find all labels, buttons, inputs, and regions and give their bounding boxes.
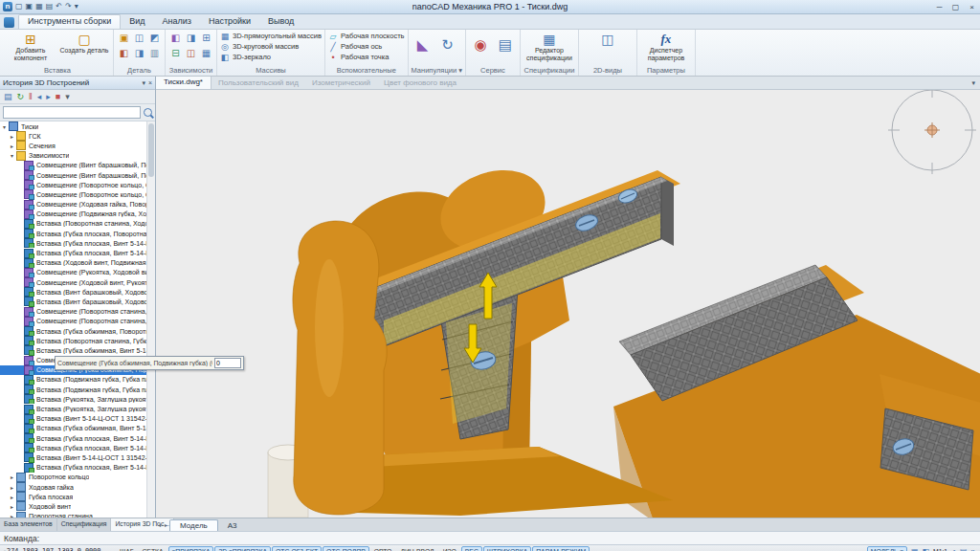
- detail-tool-icon-2[interactable]: ◫: [132, 31, 146, 45]
- ribbon-button-7-0[interactable]: ▦Редактор спецификации: [523, 31, 575, 63]
- tree-item[interactable]: ▸Поворотное кольцо: [0, 473, 147, 482]
- rotate-component-icon[interactable]: ↻: [436, 31, 459, 59]
- menu-tab-assembly-tools[interactable]: Инструменты сборки: [18, 14, 121, 29]
- model-space-button[interactable]: МОДЕЛЬ ▾: [867, 546, 907, 551]
- ribbon-row-3-2[interactable]: ◧3D-зеркало: [220, 52, 271, 62]
- history-settings-icon[interactable]: ▾: [65, 91, 70, 103]
- tree-item[interactable]: Вставка (Поворотная станина, Ходов: [0, 219, 147, 229]
- tree-scrollbar[interactable]: [146, 121, 155, 518]
- tree-item[interactable]: Вставка (Губка обжимная, Винт 5-14-: [0, 345, 147, 355]
- pause-history-icon[interactable]: ‖: [29, 91, 33, 103]
- search-input[interactable]: [3, 106, 141, 119]
- tree-item[interactable]: Вставка (Губка плоская, Винт 5-14-Ц-: [0, 433, 147, 443]
- ribbon-row-3-1[interactable]: ◎3D-круговой массив: [220, 41, 299, 52]
- dyn-input-toggle[interactable]: ДИН-ВВОД: [396, 546, 437, 551]
- step-back-icon[interactable]: ◂: [37, 91, 42, 103]
- new-file-icon[interactable]: ▢: [15, 1, 23, 12]
- document-tab[interactable]: Тиски.dwg*: [156, 77, 212, 89]
- tree-item[interactable]: Совмещение (Поворотная станина, П: [0, 317, 147, 326]
- detail-tool-icon-5[interactable]: ◨: [132, 46, 146, 60]
- tab-list-dropdown-icon[interactable]: ▾: [967, 77, 980, 89]
- tree-item[interactable]: Вставка (Винт барашковый, Ходово: [0, 287, 147, 297]
- ribbon-button-0-1[interactable]: ▢Создать деталь: [58, 31, 110, 63]
- constraint-tool-icon-6[interactable]: ▦: [199, 46, 213, 60]
- constraint-value-input[interactable]: [214, 358, 241, 368]
- osnap-toggle[interactable]: оПРИВЯЗКА: [168, 546, 214, 551]
- background-view-button[interactable]: Цвет фонового вида: [377, 77, 463, 89]
- command-line[interactable]: Команда:: [0, 531, 980, 544]
- save-icon[interactable]: ▦: [35, 1, 43, 12]
- hatch-toggle[interactable]: ШТРИХОВКА: [483, 546, 531, 551]
- tree-item[interactable]: ▾Зависимости: [0, 151, 147, 161]
- tree-item[interactable]: ▸Ходовой винт: [0, 501, 147, 511]
- menu-tab-view[interactable]: Вид: [121, 14, 153, 29]
- menu-tab-analysis[interactable]: Анализ: [154, 14, 200, 29]
- tree-item[interactable]: Совмещение (Винт барашковый, Пов: [0, 161, 147, 170]
- undo-icon[interactable]: ↶: [56, 1, 62, 12]
- viewport-3d-scene[interactable]: [156, 89, 980, 518]
- view-style-button[interactable]: Пользовательский вид: [212, 77, 305, 89]
- tree-item[interactable]: Совмещение (Поворотное кольцо, О: [0, 180, 147, 189]
- detail-tool-icon-1[interactable]: ▣: [117, 31, 131, 45]
- tree-item[interactable]: Совмещение (Ходовая гайка, Повор: [0, 200, 147, 209]
- tree-item[interactable]: ▸Губка плоская: [0, 492, 147, 501]
- tree-item[interactable]: Совмещение (Винт барашковый, Пов: [0, 170, 147, 180]
- tree-item[interactable]: Вставка (Подвижная губка, Губка пло: [0, 375, 147, 385]
- ribbon-row-4-2[interactable]: •Рабочая точка: [328, 52, 389, 62]
- minimize-button[interactable]: ─: [931, 1, 947, 13]
- tree-item[interactable]: Вставка (Винт барашковый, Ходово: [0, 297, 147, 306]
- menu-tab-output[interactable]: Вывод: [259, 14, 302, 29]
- ribbon-row-4-0[interactable]: ▱Рабочая плоскость: [328, 31, 405, 41]
- tree-item[interactable]: ▸ГСК: [0, 131, 147, 141]
- osnap-3d-toggle[interactable]: 3D оПРИВЯЗКА: [214, 546, 270, 551]
- move-component-icon[interactable]: ◣: [412, 31, 434, 59]
- detail-tool-icon-6[interactable]: ▥: [147, 46, 162, 60]
- layout-prev-icon[interactable]: ◂: [156, 521, 163, 528]
- constraint-tool-icon-2[interactable]: ◨: [184, 31, 198, 45]
- tree-view-icon[interactable]: ▤: [4, 91, 12, 103]
- step-forward-icon[interactable]: ▸: [46, 91, 51, 103]
- statusbar-expand-icon[interactable]: »: [971, 547, 975, 551]
- tree-item[interactable]: Вставка (Рукоятка, Заглушка рукоятки: [0, 394, 147, 404]
- maximize-button[interactable]: ▢: [947, 1, 964, 13]
- ortho-toggle[interactable]: ОРТО: [370, 546, 396, 551]
- layers-icon[interactable]: ▤: [960, 547, 968, 551]
- ribbon-button-8-0[interactable]: ◫: [582, 31, 634, 63]
- tree-item[interactable]: Вставка (Губка плоская, Винт 5-14-Ц-: [0, 443, 147, 452]
- tree-item[interactable]: Вставка (Губка обжимная, Винт 5-14-: [0, 424, 147, 433]
- tree-item[interactable]: Вставка (Ходовой винт, Подвижная гу: [0, 258, 147, 268]
- scrollbar-thumb[interactable]: [148, 123, 154, 177]
- tab-element-base[interactable]: База элементов: [0, 518, 57, 531]
- menu-tab-settings[interactable]: Настройки: [200, 14, 259, 29]
- constraint-tool-icon-4[interactable]: ⊟: [168, 46, 183, 60]
- search-icon[interactable]: [144, 108, 152, 117]
- lineweight-toggle[interactable]: ВЕС: [461, 546, 482, 551]
- qat-dropdown-icon[interactable]: ▾: [75, 1, 78, 12]
- detail-tool-icon-4[interactable]: ◧: [117, 46, 131, 60]
- tree-item[interactable]: Совмещение (Ходовой винт, Рукоятка: [0, 277, 147, 287]
- detail-tool-icon-3[interactable]: ◩: [147, 31, 162, 45]
- stop-history-icon[interactable]: ■: [56, 91, 60, 103]
- constraint-tool-icon-3[interactable]: ⊞: [199, 31, 213, 45]
- tree-item[interactable]: ▾Тиски: [0, 121, 147, 131]
- tree-item[interactable]: Вставка (Поворотная станина, Губка о: [0, 336, 147, 345]
- panel-menu-icon[interactable]: ▾: [142, 79, 145, 87]
- tree-item[interactable]: ▸Ходовая гайка: [0, 482, 147, 492]
- tree-item[interactable]: Вставка (Губка плоская, Винт 5-14-Ц-: [0, 463, 147, 473]
- tree-item[interactable]: Вставка (Подвижная губка, Губка пло: [0, 385, 147, 394]
- ribbon-row-4-1[interactable]: ╱Рабочая ось: [328, 41, 382, 52]
- param-mode-toggle[interactable]: ПАРАМ-РЕЖИМ: [532, 546, 590, 551]
- tree-item[interactable]: Вставка (Губка обжимная, Поворотна: [0, 326, 147, 336]
- tab-specification[interactable]: Спецификация: [57, 518, 112, 531]
- ribbon-button-0-0[interactable]: ⊞Добавить компонент: [5, 31, 56, 63]
- tree-item[interactable]: Вставка (Винт 5-14-Ц-ОСТ 1 31542-80,: [0, 452, 147, 462]
- viewport-canvas[interactable]: [156, 89, 980, 518]
- iso-toggle[interactable]: ИЗО: [439, 546, 460, 551]
- grid-display-icon[interactable]: ▦: [911, 547, 919, 551]
- close-button[interactable]: ×: [964, 1, 980, 13]
- constraint-tool-icon-5[interactable]: ◫: [184, 46, 198, 60]
- view-orientation-button[interactable]: Изометрический: [305, 77, 377, 89]
- tree-item[interactable]: Совмещение (Поворотная станина, П: [0, 307, 147, 317]
- service-tool-icon-1[interactable]: ◉: [469, 31, 492, 59]
- tab-a3[interactable]: А3: [218, 520, 247, 531]
